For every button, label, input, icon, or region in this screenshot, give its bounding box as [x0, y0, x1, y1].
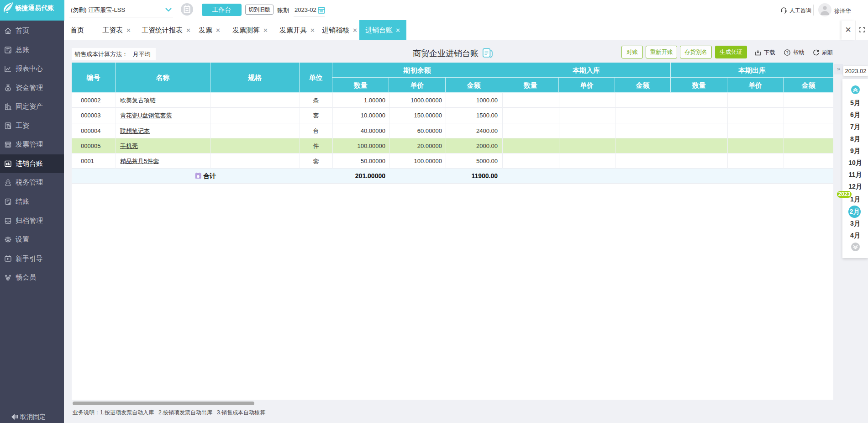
svg-text:?: ?	[786, 50, 788, 55]
